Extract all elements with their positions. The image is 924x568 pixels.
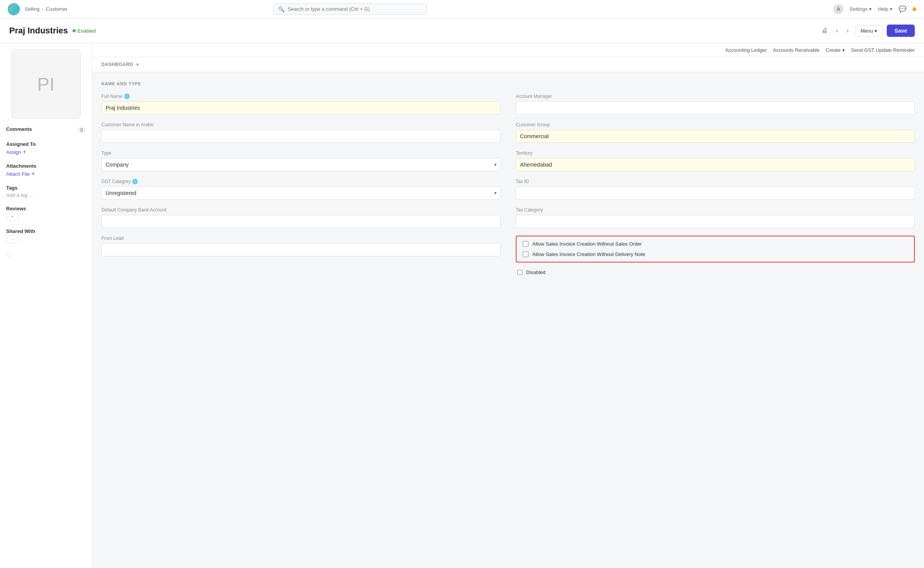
search-bar: 🔍 — [273, 3, 427, 15]
gst-select-wrapper: Unregistered Registered Regular Register… — [101, 187, 500, 200]
form-area: NAME AND TYPE Full Name 🌐 Account Manage… — [92, 72, 924, 284]
create-button[interactable]: Create ▾ — [826, 47, 845, 53]
page-title: Praj Industries — [9, 26, 68, 36]
top-nav: Selling › Customer 🔍 A Settings ▾ Help ▾… — [0, 0, 924, 18]
allow-delivery-note-row: Allow Sales Invoice Creation Without Del… — [523, 251, 908, 257]
sidebar-reviews: Reviews + — [6, 206, 86, 221]
attach-file-link[interactable]: Attach File + — [6, 170, 86, 177]
type-select-wrapper: Company Individual — [101, 158, 500, 171]
attachments-label: Attachments — [6, 163, 86, 169]
print-button[interactable]: 🖨 — [819, 26, 830, 36]
type-label: Type — [101, 150, 500, 156]
customer-group-group: Customer Group — [516, 122, 915, 143]
default-bank-input[interactable] — [101, 215, 500, 228]
search-input[interactable] — [288, 6, 422, 12]
from-lead-label: From Lead — [101, 236, 500, 241]
content-area: Accounting Ledger Accounts Receivable Cr… — [92, 43, 924, 568]
dashboard-label: DASHBOARD — [101, 62, 133, 67]
form-grid: Full Name 🌐 Account Manager Customer Nam… — [101, 94, 915, 275]
status-badge: Enabled — [73, 28, 96, 34]
notification-dot — [912, 7, 916, 11]
gst-globe-icon: 🌐 — [132, 179, 138, 184]
disabled-label: Disabled — [526, 269, 546, 275]
customer-arabic-group: Customer Name in Arabic — [101, 122, 500, 143]
section-title: NAME AND TYPE — [101, 81, 915, 86]
help-button[interactable]: Help ▾ — [878, 6, 893, 12]
full-name-group: Full Name 🌐 — [101, 94, 500, 114]
account-manager-input[interactable] — [516, 101, 915, 114]
breadcrumb-selling[interactable]: Selling — [25, 6, 40, 12]
reviews-add-button[interactable]: + — [6, 213, 18, 221]
sidebar-tags: Tags Add a tag ... — [6, 185, 86, 198]
sidebar: PI Comments 0 Assigned To Assign + Attac… — [0, 43, 92, 568]
comments-count: 0 — [78, 127, 86, 133]
tags-label: Tags — [6, 185, 86, 191]
from-lead-input[interactable] — [101, 243, 500, 256]
tax-category-group: Tax Category — [516, 207, 915, 228]
account-manager-group: Account Manager — [516, 94, 915, 114]
gst-category-group: GST Category 🌐 Unregistered Registered R… — [101, 179, 500, 200]
tax-id-label: Tax ID — [516, 179, 915, 184]
breadcrumb-customer[interactable]: Customer — [46, 6, 67, 12]
status-dot — [73, 29, 76, 32]
allow-sales-order-row: Allow Sales Invoice Creation Without Sal… — [523, 241, 908, 247]
next-button[interactable]: › — [844, 26, 851, 36]
type-select[interactable]: Company Individual — [101, 158, 500, 171]
default-bank-group: Default Company Bank Account — [101, 207, 500, 228]
main-layout: PI Comments 0 Assigned To Assign + Attac… — [0, 43, 924, 568]
gst-category-label: GST Category 🌐 — [101, 179, 500, 184]
full-name-globe-icon: 🌐 — [124, 94, 130, 99]
assign-plus-icon[interactable]: + — [23, 149, 26, 155]
sidebar-shared: Shared With ··· — [6, 228, 86, 243]
full-name-input[interactable] — [101, 101, 500, 114]
customer-arabic-input[interactable] — [101, 130, 500, 143]
search-icon: 🔍 — [278, 6, 285, 12]
account-manager-label: Account Manager — [516, 94, 915, 99]
shared-with-add-button[interactable]: ··· — [6, 236, 18, 243]
menu-button[interactable]: Menu ▾ — [855, 25, 883, 36]
app-logo[interactable] — [8, 3, 20, 15]
breadcrumb: Selling › Customer — [25, 6, 68, 12]
customer-group-label: Customer Group — [516, 122, 915, 127]
allow-delivery-note-checkbox[interactable] — [523, 251, 528, 257]
customer-arabic-label: Customer Name in Arabic — [101, 122, 500, 127]
allow-sales-order-label: Allow Sales Invoice Creation Without Sal… — [532, 241, 642, 247]
avatar-circle: A — [833, 4, 843, 14]
tax-id-group: Tax ID — [516, 179, 915, 200]
heart-icon[interactable]: ♡ — [6, 251, 86, 259]
tax-category-input[interactable] — [516, 215, 915, 228]
page-header: Praj Industries Enabled 🖨 ‹ › Menu ▾ Sav… — [0, 18, 924, 43]
add-tag-link[interactable]: Add a tag ... — [6, 192, 86, 198]
sidebar-attachments: Attachments Attach File + — [6, 163, 86, 177]
accounting-ledger-link[interactable]: Accounting Ledger — [725, 47, 767, 53]
tax-id-input[interactable] — [516, 187, 915, 200]
sidebar-assigned: Assigned To Assign + — [6, 141, 86, 155]
customer-group-input[interactable] — [516, 130, 915, 143]
attach-plus-icon[interactable]: + — [31, 170, 35, 177]
comments-label: Comments — [6, 126, 32, 132]
gst-category-select[interactable]: Unregistered Registered Regular Register… — [101, 187, 500, 200]
dashboard-chevron-icon[interactable]: ▾ — [136, 62, 139, 67]
allow-delivery-note-label: Allow Sales Invoice Creation Without Del… — [532, 251, 645, 257]
default-bank-label: Default Company Bank Account — [101, 207, 500, 213]
save-button[interactable]: Save — [887, 25, 915, 37]
shared-with-label: Shared With — [6, 228, 86, 234]
avatar-box: PI — [12, 50, 81, 119]
allow-sales-order-checkbox[interactable] — [523, 241, 528, 247]
header-actions: 🖨 ‹ › Menu ▾ Save — [819, 25, 915, 37]
send-gst-link[interactable]: Send GST Update Reminder — [851, 47, 915, 53]
territory-input[interactable] — [516, 158, 915, 171]
reviews-label: Reviews — [6, 206, 86, 211]
accounts-receivable-link[interactable]: Accounts Receivable — [773, 47, 820, 53]
checkboxes-column: Allow Sales Invoice Creation Without Sal… — [516, 236, 915, 275]
notifications-icon[interactable]: 💬 — [899, 5, 906, 13]
checkbox-highlighted-box: Allow Sales Invoice Creation Without Sal… — [516, 236, 915, 263]
full-name-label: Full Name 🌐 — [101, 94, 500, 99]
assign-link[interactable]: Assign + — [6, 149, 86, 155]
prev-button[interactable]: ‹ — [834, 26, 840, 36]
page-title-row: Praj Industries Enabled — [9, 26, 96, 36]
settings-button[interactable]: Settings ▾ — [849, 6, 872, 12]
assigned-label: Assigned To — [6, 141, 86, 147]
nav-right: A Settings ▾ Help ▾ 💬 — [833, 4, 916, 14]
disabled-checkbox[interactable] — [517, 270, 522, 275]
